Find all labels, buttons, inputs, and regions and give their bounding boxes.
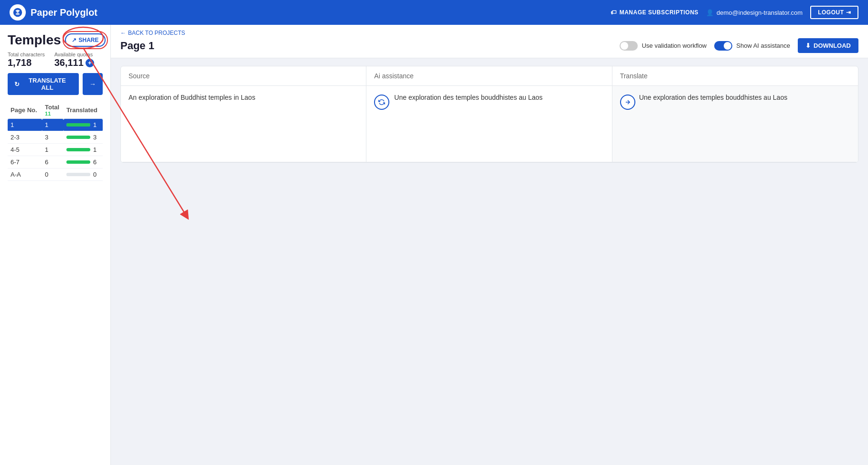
back-link[interactable]: ← BACK TO PROJECTS bbox=[120, 30, 858, 36]
action-row: ↻ TRANSLATE ALL → bbox=[8, 73, 103, 95]
next-page-button[interactable]: → bbox=[83, 73, 103, 95]
translated-cell: 6 bbox=[64, 156, 103, 169]
project-title: Temples bbox=[8, 32, 61, 48]
translated-cell: 3 bbox=[64, 131, 103, 144]
nav-right-section: 🏷 MANAGE SUBSCRIPTIONS 👤 demo@indesign-t… bbox=[611, 6, 858, 19]
pages-table: Page No. Total 11 Translated 1 1 1 2-3 3 bbox=[8, 102, 103, 181]
table-row[interactable]: 1 1 1 bbox=[8, 119, 103, 131]
logout-button[interactable]: LOGOUT ⇥ bbox=[810, 6, 858, 19]
toggle-knob bbox=[621, 42, 628, 50]
page-no-cell: 2-3 bbox=[8, 131, 42, 144]
translated-cell: 1 bbox=[64, 119, 103, 131]
table-row[interactable]: 6-7 6 6 bbox=[8, 156, 103, 169]
logout-icon: ⇥ bbox=[846, 9, 851, 16]
logo-icon bbox=[10, 4, 26, 21]
share-icon: ↗ bbox=[72, 37, 76, 43]
col-translated: Translated bbox=[64, 102, 103, 119]
progress-bar bbox=[66, 136, 90, 139]
translated-cell: 0 bbox=[64, 169, 103, 181]
main-layout: Temples ↗ SHARE Total characters 1,718 A… bbox=[0, 25, 868, 465]
refresh-ai-button[interactable] bbox=[374, 95, 389, 110]
user-email: 👤 demo@indesign-translator.com bbox=[706, 9, 803, 16]
progress-fill bbox=[66, 136, 90, 139]
total-cell: 6 bbox=[42, 156, 64, 169]
add-quota-button[interactable]: + bbox=[86, 59, 94, 67]
col-total: Total 11 bbox=[42, 102, 64, 119]
header-ai: Ai assistance bbox=[366, 66, 612, 85]
total-cell: 0 bbox=[42, 169, 64, 181]
progress-fill bbox=[66, 160, 90, 164]
page-title: Page 1 bbox=[120, 40, 154, 52]
content-header: ← BACK TO PROJECTS Page 1 Use validation… bbox=[111, 25, 868, 58]
page-no-cell: 4-5 bbox=[8, 144, 42, 156]
refresh-icon: ↻ bbox=[14, 81, 20, 88]
ai-assistance-label: Show AI assistance bbox=[736, 42, 790, 49]
download-button[interactable]: ⬇ DOWNLOAD bbox=[798, 38, 858, 53]
quota-value: 36,111 + bbox=[54, 57, 94, 68]
table-row[interactable]: A-A 0 0 bbox=[8, 169, 103, 181]
ai-assistance-toggle[interactable] bbox=[714, 41, 732, 51]
page-no-cell: 1 bbox=[8, 119, 42, 131]
subscriptions-icon: 🏷 bbox=[611, 9, 617, 16]
page-no-cell: 6-7 bbox=[8, 156, 42, 169]
top-navigation: Paper Polyglot 🏷 MANAGE SUBSCRIPTIONS 👤 … bbox=[0, 0, 868, 25]
table-row[interactable]: 4-5 1 1 bbox=[8, 144, 103, 156]
accept-translation-button[interactable] bbox=[620, 95, 635, 110]
controls-row: Use validation workflow Show AI assistan… bbox=[620, 38, 858, 53]
progress-bar bbox=[66, 160, 90, 164]
page-no-cell: A-A bbox=[8, 169, 42, 181]
total-cell: 1 bbox=[42, 119, 64, 131]
translated-cell: 1 bbox=[64, 144, 103, 156]
sidebar-title-row: Temples ↗ SHARE bbox=[8, 32, 103, 48]
content-header-row: Page 1 Use validation workflow Show AI a… bbox=[120, 38, 858, 58]
user-icon: 👤 bbox=[706, 9, 714, 16]
progress-fill bbox=[66, 148, 90, 151]
validation-workflow-toggle-group: Use validation workflow bbox=[620, 41, 707, 51]
manage-subscriptions-link[interactable]: 🏷 MANAGE SUBSCRIPTIONS bbox=[611, 9, 698, 16]
progress-bar bbox=[66, 173, 90, 176]
total-cell: 3 bbox=[42, 131, 64, 144]
translation-row: An exploration of Buddhist temples in La… bbox=[121, 86, 858, 162]
header-translate: Translate bbox=[612, 66, 858, 85]
stats-row: Total characters 1,718 Available quotas … bbox=[8, 52, 103, 68]
available-quotas-stat: Available quotas 36,111 + bbox=[54, 52, 94, 68]
share-button[interactable]: ↗ SHARE bbox=[65, 33, 106, 47]
total-chars-stat: Total characters 1,718 bbox=[8, 52, 45, 68]
header-source: Source bbox=[121, 66, 366, 85]
progress-bar bbox=[66, 148, 90, 151]
progress-bar bbox=[66, 123, 90, 127]
translation-table: Source Ai assistance Translate An explor… bbox=[120, 66, 858, 163]
translate-all-button[interactable]: ↻ TRANSLATE ALL bbox=[8, 73, 79, 95]
table-row[interactable]: 2-3 3 3 bbox=[8, 131, 103, 144]
app-name: Paper Polyglot bbox=[31, 7, 97, 18]
total-cell: 1 bbox=[42, 144, 64, 156]
app-logo: Paper Polyglot bbox=[10, 4, 97, 21]
translation-table-header: Source Ai assistance Translate bbox=[121, 66, 858, 86]
download-icon: ⬇ bbox=[805, 42, 811, 49]
ai-cell: Une exploration des temples bouddhistes … bbox=[366, 86, 612, 162]
ai-assistance-toggle-group: Show AI assistance bbox=[714, 41, 790, 51]
translation-container: Source Ai assistance Translate An explor… bbox=[111, 58, 868, 465]
progress-fill bbox=[66, 123, 90, 127]
validation-workflow-label: Use validation workflow bbox=[642, 42, 707, 49]
back-arrow-icon: ← bbox=[120, 30, 126, 36]
content-area: ← BACK TO PROJECTS Page 1 Use validation… bbox=[111, 25, 868, 465]
sidebar: Temples ↗ SHARE Total characters 1,718 A… bbox=[0, 25, 111, 465]
source-cell: An exploration of Buddhist temples in La… bbox=[121, 86, 366, 162]
toggle-knob-ai bbox=[724, 42, 731, 50]
translate-cell: Une exploration des temples bouddhistes … bbox=[612, 86, 858, 162]
validation-workflow-toggle[interactable] bbox=[620, 41, 638, 51]
col-page-no: Page No. bbox=[8, 102, 42, 119]
